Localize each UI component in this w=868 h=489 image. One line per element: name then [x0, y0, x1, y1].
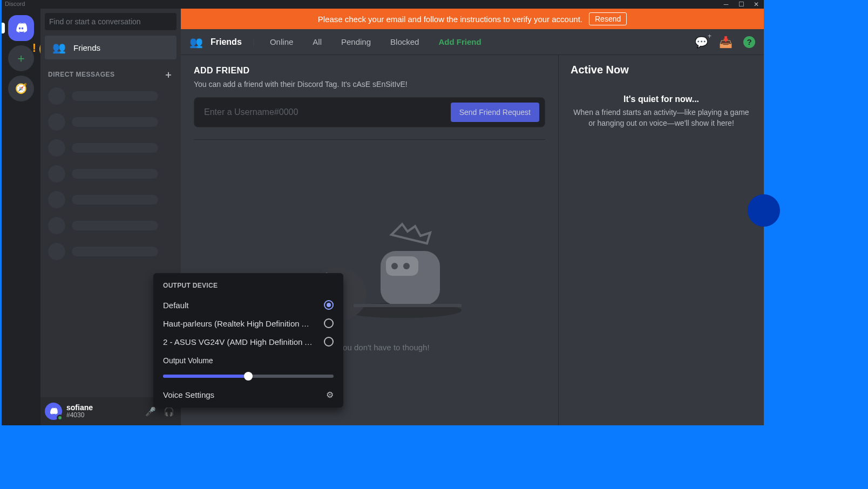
gear-icon: ⚙	[326, 390, 334, 400]
tab-online[interactable]: Online	[266, 36, 297, 47]
friends-icon: 👥	[189, 36, 203, 49]
explore-button[interactable]: 🧭	[8, 76, 34, 101]
quiet-body: When a friend starts an activity—like pl…	[571, 107, 752, 128]
tab-blocked[interactable]: Blocked	[386, 36, 423, 47]
minimize-button[interactable]: ─	[718, 0, 734, 9]
status-online-icon	[57, 415, 63, 421]
server-rail: ＋ ! 🧭	[2, 9, 40, 425]
help-icon[interactable]: ?	[743, 36, 755, 48]
add-server-button[interactable]: ＋ !	[8, 45, 34, 71]
radio-icon	[324, 318, 334, 328]
search-input[interactable]: Find or start a conversation	[45, 13, 177, 30]
dm-placeholder	[40, 213, 181, 239]
discord-logo-icon	[14, 21, 28, 35]
output-volume-label: Output Volume	[163, 356, 334, 365]
active-now-heading: Active Now	[571, 64, 752, 76]
output-device-popover: OUTPUT DEVICE Default Haut-parleurs (Rea…	[153, 273, 343, 408]
plus-icon: ＋	[15, 50, 27, 66]
voice-settings-label: Voice Settings	[163, 390, 214, 399]
new-group-dm-icon[interactable]: 💬+	[695, 36, 708, 49]
voice-settings-row[interactable]: Voice Settings ⚙	[163, 390, 334, 400]
output-option-asus[interactable]: 2 - ASUS VG24V (AMD High Definition A...	[163, 332, 334, 351]
verify-banner: Please check your email and follow the i…	[181, 9, 764, 29]
slider-fill	[163, 375, 248, 378]
deafen-button[interactable]: 🎧	[161, 406, 177, 417]
alert-icon: !	[32, 41, 36, 55]
user-tag: #4030	[66, 412, 93, 419]
search-placeholder: Find or start a conversation	[49, 17, 141, 26]
inbox-icon[interactable]: 📥	[719, 36, 733, 49]
friends-label: Friends	[73, 43, 100, 52]
svg-rect-3	[386, 256, 418, 276]
side-blob	[748, 194, 780, 227]
dm-header: DIRECT MESSAGES ＋	[40, 60, 181, 83]
close-button[interactable]: ✕	[749, 0, 764, 9]
titlebar: Discord ─ ☐ ✕	[2, 0, 764, 9]
discord-logo-icon	[49, 406, 58, 416]
dm-placeholder	[40, 187, 181, 213]
mute-button[interactable]: 🎤	[143, 406, 158, 417]
new-dm-button[interactable]: ＋	[164, 68, 174, 81]
active-indicator	[2, 23, 5, 33]
dm-placeholder	[40, 109, 181, 135]
username-input[interactable]	[204, 107, 451, 117]
add-friend-sub: You can add a friend with their Discord …	[194, 80, 545, 89]
svg-rect-6	[354, 304, 462, 307]
user-name: sofiane	[66, 404, 93, 412]
tab-pending[interactable]: Pending	[337, 36, 375, 47]
quiet-title: It's quiet for now...	[571, 94, 752, 104]
home-button[interactable]	[8, 15, 34, 41]
option-label: Haut-parleurs (Realtek High Definition A…	[163, 319, 314, 328]
topbar: 👥 Friends | Online All Pending Blocked A…	[181, 29, 764, 55]
svg-point-4	[391, 263, 398, 269]
window-title: Discord	[5, 1, 25, 7]
dm-placeholder	[40, 239, 181, 264]
slider-thumb[interactable]	[244, 372, 253, 381]
dm-placeholder	[40, 135, 181, 161]
topbar-friends-label: Friends	[211, 37, 242, 47]
output-volume-slider[interactable]	[163, 370, 334, 381]
user-info[interactable]: sofiane #4030	[66, 404, 93, 419]
avatar[interactable]	[45, 403, 62, 420]
output-option-realtek[interactable]: Haut-parleurs (Realtek High Definition A…	[163, 314, 334, 332]
add-friend-box: Send Friend Request	[194, 97, 545, 127]
maximize-button[interactable]: ☐	[734, 0, 749, 9]
sidebar-item-friends[interactable]: 👥 Friends	[45, 36, 177, 59]
dm-placeholder	[40, 161, 181, 187]
svg-point-5	[403, 263, 410, 269]
output-option-default[interactable]: Default	[163, 296, 334, 314]
tab-add-friend[interactable]: Add Friend	[434, 36, 485, 47]
banner-text: Please check your email and follow the i…	[318, 15, 582, 24]
dm-header-label: DIRECT MESSAGES	[48, 71, 115, 78]
compass-icon: 🧭	[15, 83, 27, 94]
send-friend-request-button[interactable]: Send Friend Request	[451, 103, 539, 122]
friends-icon: 👥	[52, 41, 66, 54]
radio-selected-icon	[324, 300, 334, 310]
add-friend-heading: ADD FRIEND	[194, 66, 545, 76]
option-label: Default	[163, 301, 189, 310]
option-label: 2 - ASUS VG24V (AMD High Definition A...	[163, 337, 314, 347]
active-now-panel: Active Now It's quiet for now... When a …	[559, 55, 764, 425]
dm-placeholder	[40, 83, 181, 109]
popover-header: OUTPUT DEVICE	[163, 282, 334, 289]
tab-all[interactable]: All	[308, 36, 326, 47]
radio-icon	[324, 337, 334, 347]
resend-button[interactable]: Resend	[589, 12, 627, 25]
